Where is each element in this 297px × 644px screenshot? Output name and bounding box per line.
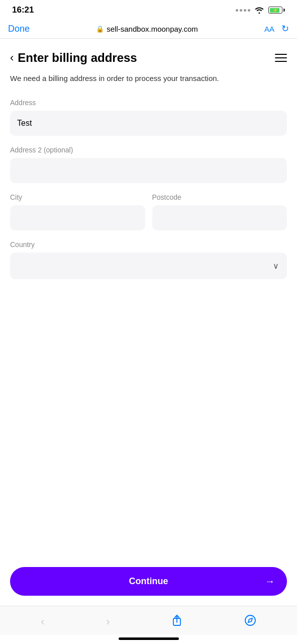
hamburger-line-2 <box>275 57 287 58</box>
signal-dots <box>236 9 250 12</box>
page-header: ‹ Enter billing address <box>10 51 287 65</box>
page-title: Enter billing address <box>18 51 137 65</box>
address2-input[interactable] <box>10 158 287 183</box>
country-field-group: Country United States United Kingdom Can… <box>10 240 287 279</box>
home-indicator <box>0 634 297 644</box>
share-button[interactable] <box>165 611 188 632</box>
city-label: City <box>10 193 145 201</box>
aa-button[interactable]: AA <box>264 25 274 33</box>
address-input[interactable] <box>10 111 287 136</box>
continue-arrow-icon: → <box>265 576 275 587</box>
back-button[interactable]: ‹ <box>10 51 14 64</box>
nav-forward-button[interactable]: › <box>100 612 116 631</box>
reload-icon[interactable]: ↻ <box>281 23 289 34</box>
status-time: 16:21 <box>12 5 34 15</box>
svg-point-1 <box>245 615 255 625</box>
status-icons: ⚡ <box>236 7 285 14</box>
continue-button[interactable]: Continue → <box>10 567 287 596</box>
page-subtitle: We need a billing address in order to pr… <box>10 73 287 85</box>
city-input[interactable] <box>10 205 145 230</box>
postcode-input[interactable] <box>152 205 287 230</box>
hamburger-line-3 <box>275 61 287 62</box>
url-area: 🔒 sell-sandbox.moonpay.com <box>30 25 264 33</box>
compass-button[interactable] <box>238 611 262 632</box>
continue-label: Continue <box>129 576 168 587</box>
address2-field-group: Address 2 (optional) <box>10 146 287 183</box>
bottom-nav: ‹ › <box>0 606 297 634</box>
header-left: ‹ Enter billing address <box>10 51 137 65</box>
main-content: ‹ Enter billing address We need a billin… <box>0 39 297 559</box>
home-bar <box>119 637 179 640</box>
wifi-icon <box>254 7 264 14</box>
city-postcode-row: City Postcode <box>10 193 287 230</box>
country-select-wrapper: United States United Kingdom Canada Aust… <box>10 253 287 279</box>
nav-back-button[interactable]: ‹ <box>35 612 50 631</box>
country-select[interactable]: United States United Kingdom Canada Aust… <box>10 253 287 279</box>
hamburger-line-1 <box>275 54 287 55</box>
browser-url: sell-sandbox.moonpay.com <box>107 25 197 33</box>
browser-bar: Done 🔒 sell-sandbox.moonpay.com AA ↻ <box>0 19 297 39</box>
address-field-group: Address <box>10 99 287 136</box>
lock-icon: 🔒 <box>96 25 104 33</box>
continue-btn-wrapper: Continue → <box>0 559 297 606</box>
menu-button[interactable] <box>275 54 287 62</box>
country-label: Country <box>10 240 287 249</box>
battery-icon: ⚡ <box>268 7 285 14</box>
address-label: Address <box>10 99 287 107</box>
browser-actions: AA ↻ <box>264 23 289 34</box>
done-button[interactable]: Done <box>8 24 30 34</box>
postcode-field-group: Postcode <box>152 193 287 230</box>
address2-label: Address 2 (optional) <box>10 146 287 154</box>
status-bar: 16:21 ⚡ <box>0 0 297 19</box>
city-field-group: City <box>10 193 145 230</box>
postcode-label: Postcode <box>152 193 287 201</box>
